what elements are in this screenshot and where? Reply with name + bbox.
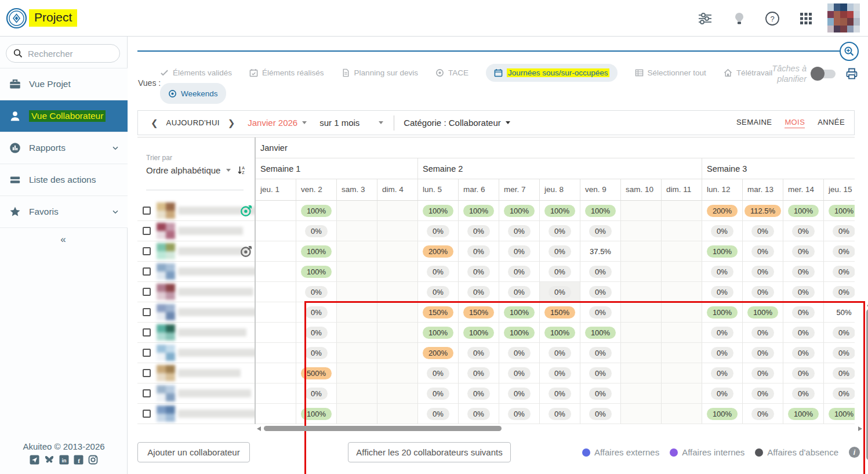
prev-period-button[interactable]: ❮: [143, 118, 166, 128]
schedule-cell[interactable]: 0%: [296, 282, 337, 302]
schedule-cell[interactable]: 0%: [783, 363, 824, 383]
schedule-cell[interactable]: [377, 262, 418, 282]
schedule-cell[interactable]: [337, 323, 377, 343]
schedule-cell[interactable]: [662, 383, 702, 404]
filter-chip-journ-es-sous-sur-occup-es[interactable]: Journées sous/sur-occupées: [486, 64, 618, 82]
send-icon[interactable]: [30, 455, 39, 465]
schedule-cell[interactable]: 0%: [540, 262, 580, 282]
schedule-cell[interactable]: 0%: [702, 323, 743, 343]
schedule-cell[interactable]: 200%: [418, 241, 459, 262]
schedule-cell[interactable]: [337, 201, 377, 221]
schedule-cell[interactable]: [256, 383, 296, 404]
schedule-cell[interactable]: 0%: [743, 343, 783, 363]
time-scale-semaine[interactable]: SEMAINE: [736, 118, 772, 128]
schedule-cell[interactable]: [337, 343, 377, 363]
schedule-cell[interactable]: [621, 201, 662, 221]
schedule-cell[interactable]: 0%: [459, 404, 499, 424]
schedule-cell[interactable]: 0%: [743, 221, 783, 241]
schedule-cell[interactable]: 0%: [418, 282, 459, 302]
schedule-cell[interactable]: [337, 282, 377, 302]
row-checkbox[interactable]: [143, 267, 151, 276]
schedule-cell[interactable]: 0%: [580, 282, 621, 302]
schedule-cell[interactable]: 0%: [743, 323, 783, 343]
row-checkbox[interactable]: [143, 207, 151, 215]
schedule-cell[interactable]: 0%: [418, 383, 459, 404]
schedule-cell[interactable]: 0%: [743, 363, 783, 383]
info-button[interactable]: i: [849, 447, 860, 458]
schedule-cell[interactable]: [377, 404, 418, 424]
schedule-cell[interactable]: 0%: [499, 241, 540, 262]
schedule-cell[interactable]: 0%: [580, 343, 621, 363]
user-avatar[interactable]: [827, 3, 860, 32]
schedule-cell[interactable]: 0%: [499, 383, 540, 404]
sidebar-item-vue-collaborateur[interactable]: Vue Collaborateur: [0, 100, 128, 132]
schedule-cell[interactable]: 0%: [580, 302, 621, 323]
add-collaborator-button[interactable]: Ajouter un collaborateur: [137, 442, 250, 462]
schedule-cell[interactable]: 0%: [824, 221, 855, 241]
schedule-cell[interactable]: [621, 404, 662, 424]
schedule-cell[interactable]: [662, 201, 702, 221]
schedule-cell[interactable]: 112.5%: [743, 201, 783, 221]
schedule-cell[interactable]: [621, 343, 662, 363]
schedule-cell[interactable]: 0%: [824, 343, 855, 363]
schedule-cell[interactable]: [662, 221, 702, 241]
schedule-cell[interactable]: 100%: [499, 201, 540, 221]
schedule-cell[interactable]: 0%: [743, 282, 783, 302]
search-box[interactable]: [6, 44, 120, 63]
schedule-cell[interactable]: [337, 363, 377, 383]
filter-chip-planning-sur-devis[interactable]: Planning sur devis: [342, 68, 418, 77]
schedule-cell[interactable]: 100%: [580, 323, 621, 343]
schedule-cell[interactable]: [621, 262, 662, 282]
search-input[interactable]: [28, 49, 109, 59]
schedule-cell[interactable]: 0%: [540, 282, 580, 302]
schedule-cell[interactable]: 100%: [580, 201, 621, 221]
schedule-cell[interactable]: 0%: [824, 323, 855, 343]
schedule-cell[interactable]: 200%: [702, 201, 743, 221]
schedule-cell[interactable]: 0%: [783, 302, 824, 323]
scroll-right-arrow[interactable]: [858, 426, 862, 431]
filter-chip--l-ments-valid-s[interactable]: Éléments validés: [160, 68, 232, 77]
schedule-cell[interactable]: 0%: [743, 383, 783, 404]
schedule-cell[interactable]: 0%: [783, 262, 824, 282]
facebook-icon[interactable]: f: [74, 455, 83, 465]
schedule-cell[interactable]: 0%: [499, 262, 540, 282]
row-checkbox[interactable]: [143, 389, 151, 397]
schedule-cell[interactable]: 0%: [418, 221, 459, 241]
filter-chip-weekends[interactable]: Weekends: [160, 83, 226, 104]
schedule-cell[interactable]: [256, 221, 296, 241]
schedule-cell[interactable]: [337, 404, 377, 424]
schedule-cell[interactable]: [662, 262, 702, 282]
schedule-cell[interactable]: 0%: [459, 262, 499, 282]
schedule-cell[interactable]: [377, 343, 418, 363]
schedule-cell[interactable]: 0%: [499, 282, 540, 302]
instagram-icon[interactable]: [88, 455, 98, 465]
schedule-cell[interactable]: 50%: [824, 302, 855, 323]
schedule-cell[interactable]: 100%: [702, 302, 743, 323]
schedule-cell[interactable]: 0%: [783, 323, 824, 343]
row-checkbox[interactable]: [143, 247, 151, 255]
schedule-cell[interactable]: [377, 363, 418, 383]
schedule-cell[interactable]: [337, 241, 377, 262]
time-scale-année[interactable]: ANNÉE: [818, 118, 845, 128]
schedule-cell[interactable]: 500%: [296, 363, 337, 383]
schedule-cell[interactable]: 0%: [824, 363, 855, 383]
tasks-to-plan-toggle[interactable]: [812, 70, 836, 78]
schedule-cell[interactable]: 0%: [459, 282, 499, 302]
schedule-cell[interactable]: 0%: [499, 221, 540, 241]
schedule-cell[interactable]: [337, 262, 377, 282]
schedule-cell[interactable]: 0%: [540, 383, 580, 404]
schedule-cell[interactable]: [377, 241, 418, 262]
schedule-cell[interactable]: [256, 241, 296, 262]
row-checkbox[interactable]: [143, 288, 151, 296]
schedule-cell[interactable]: 100%: [418, 323, 459, 343]
app-logo-icon[interactable]: [6, 8, 27, 29]
schedule-cell[interactable]: 0%: [459, 343, 499, 363]
schedule-cell[interactable]: 0%: [540, 404, 580, 424]
schedule-cell[interactable]: [256, 404, 296, 424]
schedule-cell[interactable]: 150%: [418, 302, 459, 323]
filter-chip-s-lectionner-tout[interactable]: Sélectionner tout: [635, 68, 706, 77]
schedule-cell[interactable]: 100%: [418, 201, 459, 221]
schedule-cell[interactable]: 150%: [459, 302, 499, 323]
sidebar-item-favoris[interactable]: Favoris: [0, 196, 128, 228]
month-select[interactable]: Janvier 2026: [248, 118, 307, 128]
